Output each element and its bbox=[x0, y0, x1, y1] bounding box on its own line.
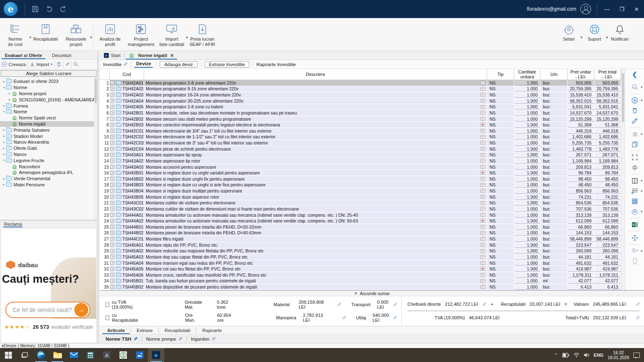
um-cell[interactable]: buc bbox=[540, 122, 568, 128]
column-header-pret-unitar[interactable]: Pret unitar - LEI- bbox=[568, 69, 594, 80]
um-cell[interactable]: buc bbox=[540, 206, 568, 212]
code-cell[interactable]: TSH43C02 bbox=[110, 206, 144, 212]
copy-article-button[interactable]: ▾ bbox=[625, 129, 644, 139]
total-price-cell[interactable]: 20,759.395 bbox=[594, 86, 621, 92]
table-row-TSH43B02[interactable]: 17TSH43B02Montare si reglare duze unghi … bbox=[100, 176, 621, 182]
total-price-cell[interactable]: 1,483.778 bbox=[594, 146, 621, 152]
quantity-cell[interactable]: 1.000 bbox=[514, 128, 540, 134]
um-cell[interactable]: buc bbox=[540, 128, 568, 134]
total-price-cell[interactable]: 1,402.686 bbox=[594, 134, 621, 140]
description-cell[interactable]: Montare programator 9-15 zone alimentare… bbox=[144, 86, 487, 92]
description-cell[interactable]: Montare reductie sau majorare filetata d… bbox=[144, 248, 487, 254]
description-cell[interactable]: Montare electrovane de 3/4" sau 1" toli … bbox=[144, 128, 487, 134]
quantity-cell[interactable]: 1.000 bbox=[514, 98, 540, 104]
unit-price-cell[interactable]: 856.563 bbox=[568, 188, 594, 194]
tip-cell[interactable]: NS bbox=[487, 248, 514, 254]
quantity-cell[interactable]: 1.000 bbox=[514, 236, 540, 242]
quantity-cell[interactable]: 1.000 bbox=[514, 242, 540, 248]
total-price-cell[interactable]: 5,255.735 bbox=[594, 140, 621, 146]
total-price-cell[interactable]: 267.071 bbox=[594, 152, 621, 158]
description-cell[interactable]: Montare dop sau capac filetat din PP, PV… bbox=[144, 254, 487, 260]
delete-article-button[interactable] bbox=[625, 105, 644, 116]
unit-price-cell[interactable]: 491.632 bbox=[568, 260, 594, 266]
note-icon[interactable] bbox=[481, 111, 485, 115]
expand-row-icon[interactable] bbox=[110, 195, 114, 199]
tree-item-verde-ornamental[interactable]: ▸Verde Ornamental bbox=[0, 176, 97, 182]
quantity-cell[interactable]: 1.000 bbox=[514, 92, 540, 98]
code-cell[interactable]: TSH45A03 bbox=[110, 254, 144, 260]
tree-expander-icon[interactable]: ▸ bbox=[2, 140, 6, 144]
um-cell[interactable]: buc bbox=[540, 224, 568, 230]
total-price-cell[interactable]: 1,078.311 bbox=[594, 272, 621, 278]
table-row-TSH42A04[interactable]: 4TSH42A04Montare programator 30-225 zone… bbox=[100, 98, 621, 104]
ad-banner[interactable]: daibau Cauți meșteri? Ce fel de servicii… bbox=[1, 228, 97, 343]
unit-price-cell[interactable]: 14,537.670 bbox=[568, 110, 594, 116]
um-cell[interactable]: buc bbox=[540, 116, 568, 122]
expand-row-icon[interactable] bbox=[110, 177, 114, 181]
analiza-de-profit-button[interactable]: Analiza de profit bbox=[95, 21, 125, 47]
um-cell[interactable]: buc bbox=[540, 98, 568, 104]
expand-row-icon[interactable] bbox=[110, 105, 114, 109]
quantity-cell[interactable]: 1.000 bbox=[514, 176, 540, 182]
collapse-all-button[interactable] bbox=[625, 163, 644, 173]
quantity-cell[interactable]: 1.000 bbox=[514, 152, 540, 158]
note-icon[interactable] bbox=[481, 105, 485, 109]
code-cell[interactable]: TSH44A01 bbox=[110, 212, 144, 218]
create-button[interactable]: + Creeaza bbox=[2, 62, 26, 67]
total-price-cell[interactable]: 707.536 bbox=[594, 206, 621, 212]
um-cell[interactable]: buc bbox=[540, 236, 568, 242]
note-icon[interactable] bbox=[481, 87, 485, 91]
taskbar-app-a[interactable]: A bbox=[99, 348, 115, 362]
um-cell[interactable]: buc bbox=[540, 80, 568, 86]
tree-item-scn1103460-0169-amenajarea-peisagera[interactable]: ▸SCN1103460_[0169] - AMENAJAREA PEISAGER… bbox=[0, 96, 97, 103]
resursele-proprii-button[interactable]: Resursele proprii▾ bbox=[61, 21, 91, 47]
description-cell[interactable]: Montare si reglare duze cu unghi variabi… bbox=[144, 170, 487, 176]
tree-expander-icon[interactable]: ▸ bbox=[2, 128, 6, 132]
table-row-TSH43B01[interactable]: 16TSH43B01Montare si reglare duze cu ung… bbox=[100, 170, 621, 176]
tip-cell[interactable]: NS bbox=[487, 110, 514, 116]
description-cell[interactable]: Montarea piesei de bransare intarita din… bbox=[144, 230, 487, 236]
tree-item-racoviteni[interactable]: Racoviteni bbox=[0, 163, 97, 170]
table-row-TSH43B04[interactable]: 19TSH43B04Montare si reglare duze multij… bbox=[100, 188, 621, 194]
total-price-cell[interactable]: 5,931.041 bbox=[594, 104, 621, 110]
account-email[interactable]: floradexro@gmail.com bbox=[527, 6, 576, 12]
note-icon[interactable] bbox=[481, 147, 485, 151]
alege-sablon-button[interactable]: Alege Sablon Lucrare bbox=[1, 70, 97, 77]
cu-tva-checkbox[interactable] bbox=[106, 302, 109, 307]
find-norm-button[interactable]: ▾ bbox=[625, 82, 644, 92]
description-cell[interactable]: Montare si reglare duze multijet pentru … bbox=[144, 188, 487, 194]
table-row-TSH42A03[interactable]: 3TSH42A03Montare programator 16-24 zone … bbox=[100, 92, 621, 98]
code-cell[interactable]: TSH43C01 bbox=[110, 200, 144, 206]
description-cell[interactable]: Montare programator 2-8 zone alimentare … bbox=[144, 80, 487, 86]
um-cell[interactable]: buc bbox=[540, 212, 568, 218]
taskbar-edge[interactable] bbox=[33, 348, 49, 362]
table-row-TSH42A05[interactable]: 5TSH42A05Montare programator 2-8 zone cu… bbox=[100, 104, 621, 110]
quantity-cell[interactable]: 1.000 bbox=[514, 248, 540, 254]
unit-price-cell[interactable]: 1,483.778 bbox=[568, 146, 594, 152]
table-row-TSH43B05[interactable]: 20TSH43B05Montare si reglare duze aspers… bbox=[100, 194, 621, 200]
bottom-tab-recapitulatii[interactable]: Recapitulatii bbox=[160, 326, 196, 334]
description-cell[interactable]: Montarea armaturilor cu actionare manual… bbox=[144, 212, 487, 218]
expand-row-icon[interactable] bbox=[110, 237, 114, 241]
expand-row-icon[interactable] bbox=[110, 255, 114, 259]
note-icon[interactable] bbox=[481, 231, 485, 235]
note-icon[interactable] bbox=[481, 189, 485, 192]
um-cell[interactable]: buc bbox=[540, 158, 568, 164]
expand-row-icon[interactable] bbox=[110, 99, 114, 103]
tip-cell[interactable]: NS bbox=[487, 278, 514, 284]
tip-cell[interactable]: NS bbox=[487, 266, 514, 272]
tip-cell[interactable]: NS bbox=[487, 188, 514, 194]
um-cell[interactable]: buc bbox=[540, 266, 568, 272]
code-cell[interactable]: TSH45A02 bbox=[110, 248, 144, 254]
code-cell[interactable]: TSH43B05 bbox=[110, 194, 144, 200]
edit-cheltuieli-icon[interactable]: ✎ bbox=[482, 301, 487, 307]
description-cell[interactable]: Montarea cutiilor de vizitare pentru ele… bbox=[144, 200, 487, 206]
edit-total-icon[interactable]: ✎ bbox=[635, 315, 640, 321]
import-liste-cantitati-button[interactable]: Import liste cantitati▾ bbox=[156, 21, 187, 47]
tree-item-nanov[interactable]: ▸Nanov bbox=[0, 151, 97, 158]
table-row-TSH43A01[interactable]: 13TSH43A01Montare aspersoare tip sprayNS… bbox=[100, 152, 621, 158]
quantity-cell[interactable]: 1.000 bbox=[514, 104, 540, 110]
note-icon[interactable] bbox=[481, 93, 485, 96]
description-cell[interactable]: Montare niplu din PP, PVC, Bronz etc. bbox=[144, 242, 487, 248]
collapse-rail-button[interactable]: ❮ bbox=[632, 71, 637, 78]
